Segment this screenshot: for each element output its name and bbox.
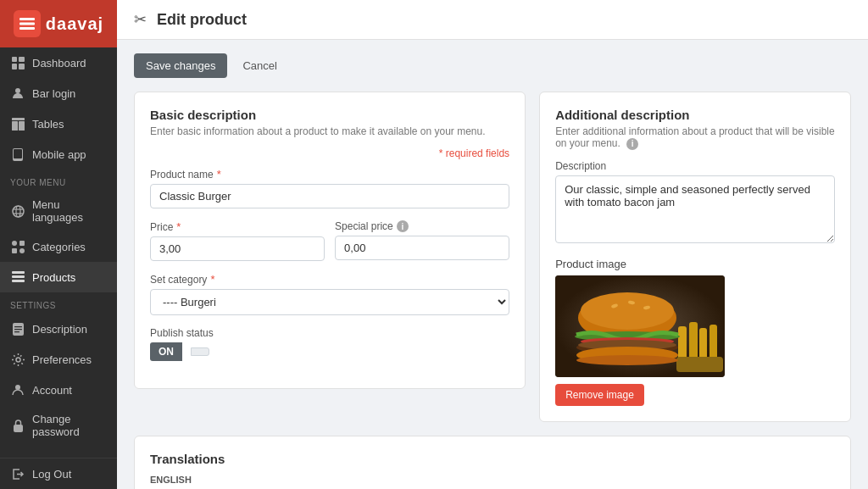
price-required-star: * bbox=[176, 220, 181, 233]
category-required-star: * bbox=[210, 273, 214, 286]
svg-rect-26 bbox=[14, 326, 22, 327]
svg-point-39 bbox=[581, 292, 674, 330]
special-price-input[interactable] bbox=[335, 236, 509, 260]
sidebar-bottom: Log Out bbox=[0, 458, 117, 489]
svg-point-7 bbox=[15, 88, 20, 93]
svg-rect-5 bbox=[12, 64, 17, 69]
set-category-label: Set category * bbox=[150, 273, 509, 286]
svg-point-14 bbox=[13, 206, 24, 217]
main-content: ✂ Edit product Save changes Cancel Basic… bbox=[117, 0, 868, 489]
sidebar-item-products[interactable]: Products bbox=[0, 262, 117, 292]
product-image-label: Product image bbox=[555, 258, 835, 270]
translations-card: Translations ENGLISH Product name Descri… bbox=[134, 436, 851, 490]
doc-icon bbox=[10, 321, 25, 336]
sidebar-label-preferences: Preferences bbox=[32, 353, 92, 366]
sidebar-label-products: Products bbox=[32, 271, 75, 284]
svg-rect-37 bbox=[676, 357, 723, 372]
sidebar-item-account[interactable]: Account bbox=[0, 375, 117, 405]
publish-status-label: Publish status bbox=[150, 327, 509, 339]
required-notice: * required fields bbox=[150, 147, 509, 159]
special-price-field: Special price i bbox=[335, 220, 509, 261]
additional-card-subtitle: Enter additional information about a pro… bbox=[555, 125, 835, 150]
sidebar-item-description[interactable]: Description bbox=[0, 314, 117, 344]
categories-icon bbox=[10, 239, 25, 254]
svg-rect-18 bbox=[12, 241, 17, 246]
sidebar-item-change-password[interactable]: Change password bbox=[0, 405, 117, 446]
sidebar-item-tables[interactable]: Tables bbox=[0, 108, 117, 139]
svg-rect-27 bbox=[14, 329, 22, 330]
set-category-select[interactable]: ---- Burgeri bbox=[150, 289, 509, 315]
svg-point-29 bbox=[16, 358, 20, 362]
sidebar-label-tables: Tables bbox=[32, 118, 64, 131]
sidebar-logo[interactable]: daavaj bbox=[0, 0, 117, 47]
sidebar-item-logout[interactable]: Log Out bbox=[0, 458, 117, 489]
required-star: * bbox=[217, 168, 221, 181]
svg-point-13 bbox=[17, 158, 19, 160]
mobile-icon bbox=[10, 147, 25, 162]
svg-rect-28 bbox=[14, 331, 19, 332]
toggle-on-button[interactable]: ON bbox=[150, 342, 182, 361]
toggle-off-button[interactable] bbox=[191, 347, 209, 356]
section-your-menu: YOUR MENU bbox=[0, 169, 117, 191]
sidebar-item-dashboard[interactable]: Dashboard bbox=[0, 47, 117, 78]
svg-rect-9 bbox=[12, 121, 18, 131]
description-textarea[interactable] bbox=[555, 175, 835, 243]
product-name-label: Product name * bbox=[150, 168, 509, 181]
price-label: Price * bbox=[150, 220, 325, 233]
dashboard-icon bbox=[10, 55, 25, 70]
svg-rect-2 bbox=[19, 27, 35, 30]
sidebar-label-change-password: Change password bbox=[32, 413, 107, 438]
svg-rect-10 bbox=[19, 121, 25, 131]
basic-card-subtitle: Enter basic information about a product … bbox=[150, 125, 509, 137]
product-name-field: Product name * bbox=[150, 168, 509, 208]
basic-description-card: Basic description Enter basic informatio… bbox=[134, 92, 526, 389]
translations-title: Translations bbox=[150, 452, 835, 466]
set-category-field: Set category * ---- Burgeri bbox=[150, 273, 509, 315]
sidebar-item-categories[interactable]: Categories bbox=[0, 231, 117, 262]
svg-rect-3 bbox=[12, 57, 17, 62]
basic-card-title: Basic description bbox=[150, 108, 509, 122]
sidebar-label-mobile-app: Mobile app bbox=[32, 148, 86, 161]
publish-status-field: Publish status ON bbox=[150, 327, 509, 361]
account-icon bbox=[10, 382, 25, 397]
sidebar-item-bar-login[interactable]: Bar login bbox=[0, 78, 117, 108]
sidebar-item-mobile-app[interactable]: Mobile app bbox=[0, 139, 117, 169]
edit-icon: ✂ bbox=[134, 10, 147, 29]
publish-status-toggle: ON bbox=[150, 342, 509, 361]
product-name-input[interactable] bbox=[150, 184, 509, 208]
toolbar: Save changes Cancel bbox=[134, 53, 851, 78]
svg-rect-35 bbox=[699, 328, 707, 360]
svg-rect-33 bbox=[678, 326, 687, 360]
product-image-box bbox=[555, 275, 725, 377]
save-button[interactable]: Save changes bbox=[134, 53, 227, 78]
remove-image-button[interactable]: Remove image bbox=[555, 384, 644, 406]
svg-rect-22 bbox=[12, 271, 25, 274]
svg-rect-0 bbox=[19, 18, 35, 20]
svg-rect-4 bbox=[19, 57, 25, 62]
svg-rect-12 bbox=[14, 149, 22, 158]
topbar: ✂ Edit product bbox=[117, 0, 868, 40]
cancel-button[interactable]: Cancel bbox=[234, 53, 285, 78]
cards-row: Basic description Enter basic informatio… bbox=[134, 92, 851, 422]
sidebar-label-categories: Categories bbox=[32, 241, 86, 253]
special-price-label: Special price i bbox=[335, 220, 509, 232]
svg-point-48 bbox=[576, 355, 678, 365]
svg-rect-1 bbox=[19, 23, 35, 25]
svg-rect-21 bbox=[19, 248, 25, 253]
svg-rect-24 bbox=[12, 280, 25, 282]
price-field: Price * bbox=[150, 220, 325, 261]
additional-info-icon[interactable]: i bbox=[626, 138, 638, 150]
lock-icon bbox=[10, 418, 25, 433]
svg-rect-31 bbox=[14, 425, 23, 432]
user-icon bbox=[10, 86, 25, 101]
additional-description-card: Additional description Enter additional … bbox=[539, 92, 851, 422]
svg-rect-23 bbox=[12, 275, 25, 278]
info-icon[interactable]: i bbox=[397, 220, 409, 232]
price-row: Price * Special price i bbox=[150, 220, 509, 273]
svg-rect-8 bbox=[12, 118, 25, 120]
table-icon bbox=[10, 116, 25, 131]
page-title: Edit product bbox=[157, 11, 247, 29]
sidebar-item-menu-languages[interactable]: Menu languages bbox=[0, 191, 117, 231]
price-input[interactable] bbox=[150, 236, 325, 261]
sidebar-item-preferences[interactable]: Preferences bbox=[0, 344, 117, 375]
